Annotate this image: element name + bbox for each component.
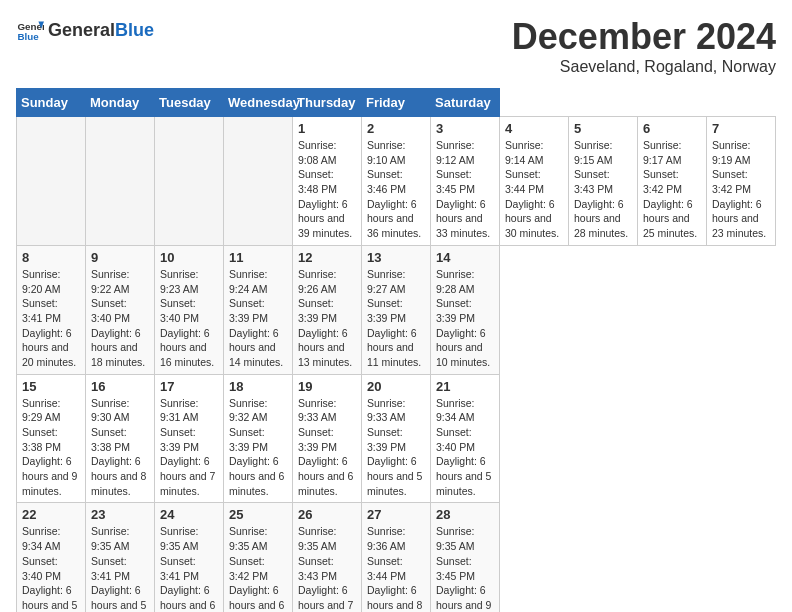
day-info: Sunrise: 9:35 AMSunset: 3:42 PMDaylight:… [229, 524, 287, 612]
day-info: Sunrise: 9:20 AMSunset: 3:41 PMDaylight:… [22, 267, 80, 370]
col-monday: Monday [86, 89, 155, 117]
day-info: Sunrise: 9:24 AMSunset: 3:39 PMDaylight:… [229, 267, 287, 370]
day-number: 24 [160, 507, 218, 522]
calendar-week-row: 1Sunrise: 9:08 AMSunset: 3:48 PMDaylight… [17, 117, 776, 246]
svg-text:Blue: Blue [17, 31, 39, 42]
day-number: 26 [298, 507, 356, 522]
day-number: 10 [160, 250, 218, 265]
table-row: 12Sunrise: 9:26 AMSunset: 3:39 PMDayligh… [293, 245, 362, 374]
day-info: Sunrise: 9:35 AMSunset: 3:41 PMDaylight:… [91, 524, 149, 612]
table-row: 23Sunrise: 9:35 AMSunset: 3:41 PMDayligh… [86, 503, 155, 612]
day-info: Sunrise: 9:35 AMSunset: 3:45 PMDaylight:… [436, 524, 494, 612]
col-wednesday: Wednesday [224, 89, 293, 117]
day-number: 3 [436, 121, 494, 136]
day-info: Sunrise: 9:35 AMSunset: 3:43 PMDaylight:… [298, 524, 356, 612]
day-number: 22 [22, 507, 80, 522]
day-number: 11 [229, 250, 287, 265]
table-row: 18Sunrise: 9:32 AMSunset: 3:39 PMDayligh… [224, 374, 293, 503]
month-title: December 2024 [512, 16, 776, 58]
table-row: 2Sunrise: 9:10 AMSunset: 3:46 PMDaylight… [362, 117, 431, 246]
table-row: 15Sunrise: 9:29 AMSunset: 3:38 PMDayligh… [17, 374, 86, 503]
calendar-week-row: 15Sunrise: 9:29 AMSunset: 3:38 PMDayligh… [17, 374, 776, 503]
day-info: Sunrise: 9:28 AMSunset: 3:39 PMDaylight:… [436, 267, 494, 370]
day-info: Sunrise: 9:26 AMSunset: 3:39 PMDaylight:… [298, 267, 356, 370]
logo: General Blue GeneralBlue [16, 16, 154, 44]
day-number: 6 [643, 121, 701, 136]
table-row [155, 117, 224, 246]
day-info: Sunrise: 9:31 AMSunset: 3:39 PMDaylight:… [160, 396, 218, 499]
table-row [86, 117, 155, 246]
day-info: Sunrise: 9:29 AMSunset: 3:38 PMDaylight:… [22, 396, 80, 499]
day-number: 28 [436, 507, 494, 522]
table-row: 8Sunrise: 9:20 AMSunset: 3:41 PMDaylight… [17, 245, 86, 374]
table-row: 1Sunrise: 9:08 AMSunset: 3:48 PMDaylight… [293, 117, 362, 246]
title-area: December 2024 Saeveland, Rogaland, Norwa… [512, 16, 776, 76]
day-info: Sunrise: 9:23 AMSunset: 3:40 PMDaylight:… [160, 267, 218, 370]
day-info: Sunrise: 9:33 AMSunset: 3:39 PMDaylight:… [367, 396, 425, 499]
table-row: 25Sunrise: 9:35 AMSunset: 3:42 PMDayligh… [224, 503, 293, 612]
day-info: Sunrise: 9:34 AMSunset: 3:40 PMDaylight:… [22, 524, 80, 612]
col-thursday: Thursday [293, 89, 362, 117]
day-number: 5 [574, 121, 632, 136]
table-row: 10Sunrise: 9:23 AMSunset: 3:40 PMDayligh… [155, 245, 224, 374]
table-row: 14Sunrise: 9:28 AMSunset: 3:39 PMDayligh… [431, 245, 500, 374]
table-row: 4Sunrise: 9:14 AMSunset: 3:44 PMDaylight… [500, 117, 569, 246]
day-number: 8 [22, 250, 80, 265]
table-row [224, 117, 293, 246]
day-number: 13 [367, 250, 425, 265]
calendar-header-row: Sunday Monday Tuesday Wednesday Thursday… [17, 89, 776, 117]
logo-general: General [48, 20, 115, 40]
col-sunday: Sunday [17, 89, 86, 117]
table-row: 21Sunrise: 9:34 AMSunset: 3:40 PMDayligh… [431, 374, 500, 503]
day-info: Sunrise: 9:35 AMSunset: 3:41 PMDaylight:… [160, 524, 218, 612]
calendar-week-row: 8Sunrise: 9:20 AMSunset: 3:41 PMDaylight… [17, 245, 776, 374]
day-number: 4 [505, 121, 563, 136]
table-row: 28Sunrise: 9:35 AMSunset: 3:45 PMDayligh… [431, 503, 500, 612]
day-info: Sunrise: 9:08 AMSunset: 3:48 PMDaylight:… [298, 138, 356, 241]
day-number: 19 [298, 379, 356, 394]
day-number: 16 [91, 379, 149, 394]
day-info: Sunrise: 9:17 AMSunset: 3:42 PMDaylight:… [643, 138, 701, 241]
table-row: 11Sunrise: 9:24 AMSunset: 3:39 PMDayligh… [224, 245, 293, 374]
day-number: 27 [367, 507, 425, 522]
day-number: 14 [436, 250, 494, 265]
table-row: 3Sunrise: 9:12 AMSunset: 3:45 PMDaylight… [431, 117, 500, 246]
table-row: 13Sunrise: 9:27 AMSunset: 3:39 PMDayligh… [362, 245, 431, 374]
day-number: 25 [229, 507, 287, 522]
table-row: 20Sunrise: 9:33 AMSunset: 3:39 PMDayligh… [362, 374, 431, 503]
table-row: 17Sunrise: 9:31 AMSunset: 3:39 PMDayligh… [155, 374, 224, 503]
table-row: 22Sunrise: 9:34 AMSunset: 3:40 PMDayligh… [17, 503, 86, 612]
day-info: Sunrise: 9:36 AMSunset: 3:44 PMDaylight:… [367, 524, 425, 612]
day-number: 20 [367, 379, 425, 394]
calendar-week-row: 22Sunrise: 9:34 AMSunset: 3:40 PMDayligh… [17, 503, 776, 612]
col-friday: Friday [362, 89, 431, 117]
day-number: 18 [229, 379, 287, 394]
day-number: 23 [91, 507, 149, 522]
day-info: Sunrise: 9:27 AMSunset: 3:39 PMDaylight:… [367, 267, 425, 370]
table-row: 24Sunrise: 9:35 AMSunset: 3:41 PMDayligh… [155, 503, 224, 612]
logo-blue: Blue [115, 20, 154, 40]
col-saturday: Saturday [431, 89, 500, 117]
day-number: 15 [22, 379, 80, 394]
day-number: 21 [436, 379, 494, 394]
day-info: Sunrise: 9:33 AMSunset: 3:39 PMDaylight:… [298, 396, 356, 499]
day-number: 9 [91, 250, 149, 265]
day-info: Sunrise: 9:10 AMSunset: 3:46 PMDaylight:… [367, 138, 425, 241]
day-info: Sunrise: 9:15 AMSunset: 3:43 PMDaylight:… [574, 138, 632, 241]
day-info: Sunrise: 9:19 AMSunset: 3:42 PMDaylight:… [712, 138, 770, 241]
calendar-table: Sunday Monday Tuesday Wednesday Thursday… [16, 88, 776, 612]
day-info: Sunrise: 9:34 AMSunset: 3:40 PMDaylight:… [436, 396, 494, 499]
day-number: 17 [160, 379, 218, 394]
table-row: 27Sunrise: 9:36 AMSunset: 3:44 PMDayligh… [362, 503, 431, 612]
day-info: Sunrise: 9:12 AMSunset: 3:45 PMDaylight:… [436, 138, 494, 241]
table-row: 9Sunrise: 9:22 AMSunset: 3:40 PMDaylight… [86, 245, 155, 374]
table-row: 7Sunrise: 9:19 AMSunset: 3:42 PMDaylight… [707, 117, 776, 246]
table-row: 19Sunrise: 9:33 AMSunset: 3:39 PMDayligh… [293, 374, 362, 503]
table-row: 5Sunrise: 9:15 AMSunset: 3:43 PMDaylight… [569, 117, 638, 246]
day-number: 7 [712, 121, 770, 136]
day-number: 1 [298, 121, 356, 136]
table-row: 16Sunrise: 9:30 AMSunset: 3:38 PMDayligh… [86, 374, 155, 503]
location-title: Saeveland, Rogaland, Norway [512, 58, 776, 76]
col-tuesday: Tuesday [155, 89, 224, 117]
day-info: Sunrise: 9:32 AMSunset: 3:39 PMDaylight:… [229, 396, 287, 499]
